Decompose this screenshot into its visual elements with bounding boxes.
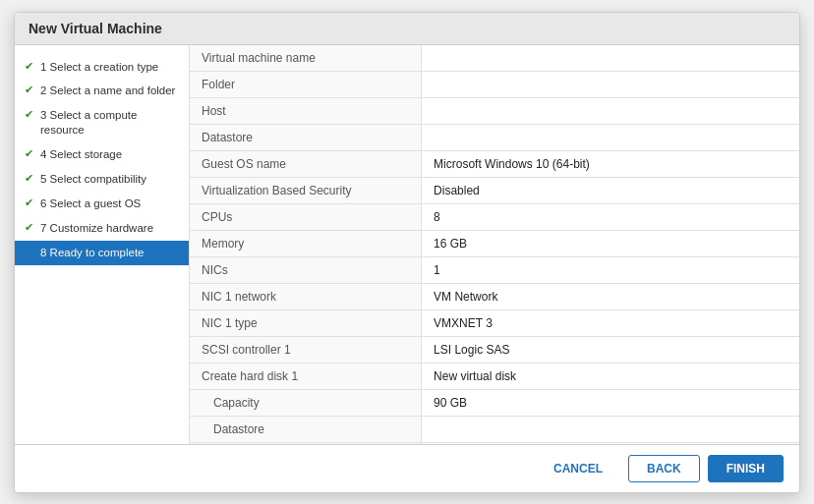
- row-label: Guest OS name: [190, 150, 422, 177]
- sidebar-step-8[interactable]: 8 Ready to complete: [15, 241, 189, 265]
- sidebar-step-4[interactable]: ✔4 Select storage: [15, 142, 189, 167]
- row-label: NIC 1 network: [190, 283, 422, 309]
- check-icon: ✔: [25, 196, 36, 209]
- row-label: Folder: [190, 71, 422, 97]
- row-value: 16 GB: [422, 230, 799, 256]
- row-value: [422, 97, 799, 124]
- sidebar-step-label: 2 Select a name and folder: [40, 84, 175, 98]
- table-row: Datastore: [190, 416, 799, 442]
- row-value: New virtual disk: [422, 363, 799, 389]
- row-label: Capacity: [190, 389, 422, 416]
- row-value: 90 GB: [422, 389, 799, 416]
- sidebar-step-1[interactable]: ✔1 Select a creation type: [15, 55, 189, 80]
- row-value: [422, 45, 799, 72]
- row-label: SCSI controller 1: [190, 336, 422, 363]
- sidebar-step-label: 6 Select a guest OS: [40, 196, 141, 211]
- cancel-button[interactable]: CANCEL: [536, 456, 620, 481]
- row-label: Memory: [190, 230, 422, 256]
- sidebar-step-label: 8 Ready to complete: [40, 246, 144, 260]
- table-row: Host: [190, 97, 799, 124]
- table-row: NIC 1 networkVM Network: [190, 283, 799, 309]
- sidebar-step-label: 7 Customize hardware: [40, 221, 153, 236]
- table-row: Guest OS nameMicrosoft Windows 10 (64-bi…: [190, 150, 799, 177]
- sidebar-step-7[interactable]: ✔7 Customize hardware: [15, 216, 189, 241]
- summary-table: Virtual machine nameFolderHostDatastoreG…: [190, 45, 799, 444]
- sidebar-step-label: 3 Select a compute resource: [40, 108, 179, 138]
- row-value: VM Network: [422, 283, 799, 309]
- check-icon: ✔: [25, 221, 36, 234]
- new-vm-dialog: New Virtual Machine ✔1 Select a creation…: [14, 12, 800, 493]
- sidebar-step-label: 5 Select compatibility: [40, 172, 146, 187]
- row-value: [422, 71, 799, 97]
- sidebar-step-2[interactable]: ✔2 Select a name and folder: [15, 79, 189, 103]
- sidebar-step-6[interactable]: ✔6 Select a guest OS: [15, 192, 189, 216]
- sidebar-step-label: 1 Select a creation type: [40, 60, 158, 75]
- row-value: [422, 416, 799, 442]
- row-label: NICs: [190, 256, 422, 283]
- row-value: 8: [422, 203, 799, 230]
- sidebar: ✔1 Select a creation type✔2 Select a nam…: [15, 45, 190, 444]
- check-icon: ✔: [25, 84, 36, 96]
- row-label: Host: [190, 97, 422, 124]
- row-label: Virtualization Based Security: [190, 177, 422, 203]
- row-value: 1: [422, 256, 799, 283]
- table-row: Folder: [190, 71, 799, 97]
- row-label: Create hard disk 1: [190, 363, 422, 389]
- table-row: Datastore: [190, 124, 799, 150]
- finish-button[interactable]: FINISH: [708, 455, 784, 482]
- table-row: SCSI controller 1LSI Logic SAS: [190, 336, 799, 363]
- table-row: Virtualization Based SecurityDisabled: [190, 177, 799, 203]
- check-icon: ✔: [25, 108, 36, 121]
- sidebar-step-3[interactable]: ✔3 Select a compute resource: [15, 103, 189, 142]
- table-row: Capacity90 GB: [190, 389, 799, 416]
- row-label: CPUs: [190, 203, 422, 230]
- row-value: LSI Logic SAS: [422, 336, 799, 363]
- sidebar-step-5[interactable]: ✔5 Select compatibility: [15, 167, 189, 192]
- table-row: NICs1: [190, 256, 799, 283]
- dialog-title: New Virtual Machine: [15, 13, 799, 45]
- table-row: NIC 1 typeVMXNET 3: [190, 309, 799, 336]
- check-icon: ✔: [25, 172, 36, 185]
- row-value: Disabled: [422, 177, 799, 203]
- check-icon: ✔: [25, 60, 36, 73]
- table-row: Virtual machine name: [190, 45, 799, 72]
- table-row: CPUs8: [190, 203, 799, 230]
- row-value: VMXNET 3: [422, 309, 799, 336]
- row-label: Datastore: [190, 124, 422, 150]
- dialog-body: ✔1 Select a creation type✔2 Select a nam…: [15, 45, 799, 444]
- check-icon: ✔: [25, 147, 36, 160]
- row-label: NIC 1 type: [190, 309, 422, 336]
- row-value: Microsoft Windows 10 (64-bit): [422, 150, 799, 177]
- row-label: Datastore: [190, 416, 422, 442]
- dialog-footer: CANCEL BACK FINISH: [15, 444, 799, 492]
- sidebar-step-label: 4 Select storage: [40, 147, 122, 162]
- main-content: Virtual machine nameFolderHostDatastoreG…: [190, 45, 799, 444]
- row-value: [422, 124, 799, 150]
- back-button[interactable]: BACK: [628, 455, 700, 482]
- row-label: Virtual machine name: [190, 45, 422, 72]
- table-row: Create hard disk 1New virtual disk: [190, 363, 799, 389]
- table-row: Memory16 GB: [190, 230, 799, 256]
